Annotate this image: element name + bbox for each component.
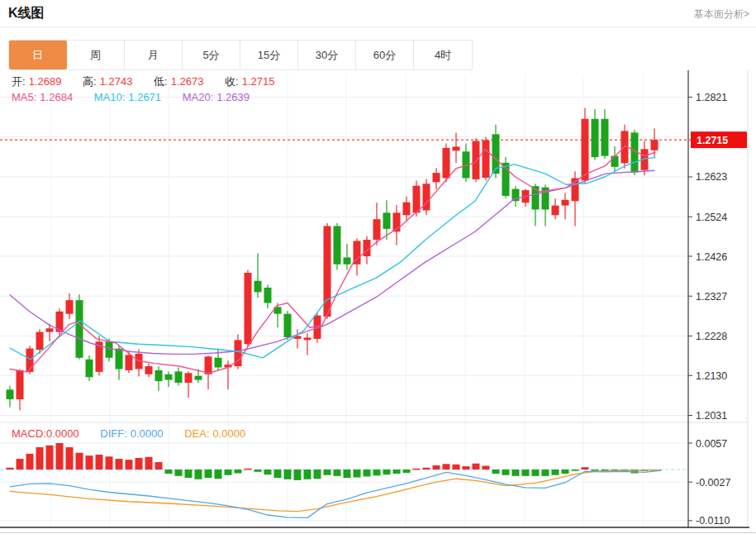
- macd-bar-negative: [264, 470, 272, 474]
- macd-bar-negative: [324, 470, 331, 475]
- candle-down: [254, 281, 262, 293]
- dea-label: DEA:: [184, 427, 209, 440]
- macd-bar-positive: [433, 465, 440, 470]
- candle-up: [473, 141, 480, 179]
- low-label: 低:: [154, 75, 168, 88]
- candle-up: [66, 300, 74, 314]
- macd-bar-positive: [46, 446, 54, 470]
- macd-bar-positive: [245, 469, 252, 470]
- macd-bar-positive: [116, 459, 123, 470]
- ma20-value: 1.2639: [216, 91, 250, 103]
- macd-bar-negative: [235, 470, 242, 473]
- macd-bar-positive: [126, 460, 133, 470]
- ma5-label: MA5:: [12, 91, 36, 103]
- macd-bar-negative: [254, 470, 262, 472]
- candle-up: [443, 148, 450, 179]
- macd-bar-negative: [364, 470, 371, 476]
- macd-bar-negative: [215, 470, 222, 479]
- candle-up: [373, 219, 381, 240]
- candle-up: [36, 332, 44, 350]
- candle-up: [245, 273, 252, 344]
- macd-bar-positive: [155, 462, 163, 470]
- macd-bar-negative: [492, 470, 500, 474]
- macd-bar-positive: [463, 466, 470, 470]
- macd-bar-negative: [562, 470, 569, 474]
- macd-bar-positive: [483, 466, 490, 470]
- macd-bar-negative: [274, 470, 282, 478]
- candle-down: [592, 119, 599, 157]
- candle-down: [611, 156, 619, 167]
- candle-up: [403, 203, 411, 216]
- macd-value: 0.0000: [46, 427, 79, 440]
- kline-chart-canvas[interactable]: 1.28211.26231.25241.24261.23271.22281.21…: [0, 70, 756, 534]
- candle-down: [264, 288, 272, 303]
- dea-line: [10, 470, 661, 512]
- high-value: 1.2743: [100, 75, 133, 88]
- diff-line: [10, 470, 661, 517]
- macd-bar-positive: [423, 468, 430, 470]
- macd-label: MACD:: [12, 427, 46, 440]
- tab-15分[interactable]: 15分: [240, 41, 298, 69]
- macd-bar-positive: [36, 447, 44, 470]
- macd-bar-negative: [314, 470, 321, 479]
- candle-down: [175, 371, 183, 383]
- macd-bar-positive: [453, 465, 460, 470]
- ma-legend: MA5:1.2684 MA10:1.2671 MA20:1.2639: [12, 91, 253, 103]
- macd-bar-positive: [443, 464, 450, 470]
- macd-bar-negative: [572, 470, 579, 471]
- tab-日[interactable]: 日: [9, 41, 67, 69]
- price-axis-label: 1.2623: [696, 171, 727, 183]
- macd-bar-negative: [552, 470, 559, 475]
- ma20-line: [10, 170, 654, 354]
- macd-axis-label: 0.0057: [696, 438, 727, 450]
- macd-bar-negative: [304, 470, 311, 479]
- macd-bar-negative: [205, 470, 212, 478]
- candle-down: [344, 257, 351, 264]
- tab-月[interactable]: 月: [125, 41, 183, 69]
- macd-bar-positive: [106, 456, 113, 470]
- page-title: K线图: [8, 5, 45, 22]
- macd-bar-positive: [76, 453, 83, 470]
- candle-down: [116, 349, 123, 370]
- macd-bar-negative: [225, 470, 232, 475]
- tab-周[interactable]: 周: [67, 41, 125, 69]
- price-axis-label: 1.2327: [696, 291, 727, 303]
- candle-up: [413, 186, 421, 213]
- period-tab-bar: 日周月5分15分30分60分4时: [8, 40, 473, 70]
- candle-down: [86, 360, 93, 377]
- tab-4时[interactable]: 4时: [414, 41, 472, 69]
- macd-bar-positive: [413, 469, 421, 470]
- candle-up: [126, 355, 133, 370]
- macd-bar-positive: [26, 454, 34, 470]
- candle-down: [215, 358, 222, 368]
- ma5-value: 1.2684: [40, 91, 73, 103]
- tab-30分[interactable]: 30分: [298, 41, 356, 69]
- close-label: 收:: [225, 75, 239, 88]
- price-axis-label: 1.2426: [696, 251, 727, 263]
- header-divider: [0, 26, 756, 27]
- candle-down: [165, 374, 173, 380]
- macd-legend: MACD:0.0000 DIFF:0.0000 DEA:0.0000: [12, 427, 249, 440]
- candle-down: [334, 226, 341, 264]
- macd-bar-negative: [532, 470, 540, 476]
- fundamental-analysis-link[interactable]: 基本面分析>: [694, 7, 749, 21]
- macd-bar-positive: [473, 464, 480, 470]
- macd-bar-negative: [354, 470, 361, 478]
- ma20-label: MA20:: [183, 91, 214, 103]
- candle-up: [46, 328, 54, 331]
- tab-60分[interactable]: 60分: [356, 41, 414, 69]
- dea-value: 0.0000: [213, 427, 246, 440]
- candle-down: [383, 212, 391, 228]
- candle-up: [185, 373, 193, 383]
- candle-down: [601, 119, 609, 156]
- candle-up: [562, 200, 569, 206]
- candle-up: [145, 366, 153, 374]
- candle-down: [7, 389, 14, 399]
- candle-up: [453, 146, 460, 150]
- macd-bar-negative: [284, 470, 292, 479]
- macd-bar-negative: [512, 470, 520, 476]
- tab-5分[interactable]: 5分: [183, 41, 240, 69]
- low-value: 1.2673: [171, 75, 204, 88]
- macd-bar-negative: [403, 470, 411, 473]
- macd-bar-positive: [86, 455, 93, 470]
